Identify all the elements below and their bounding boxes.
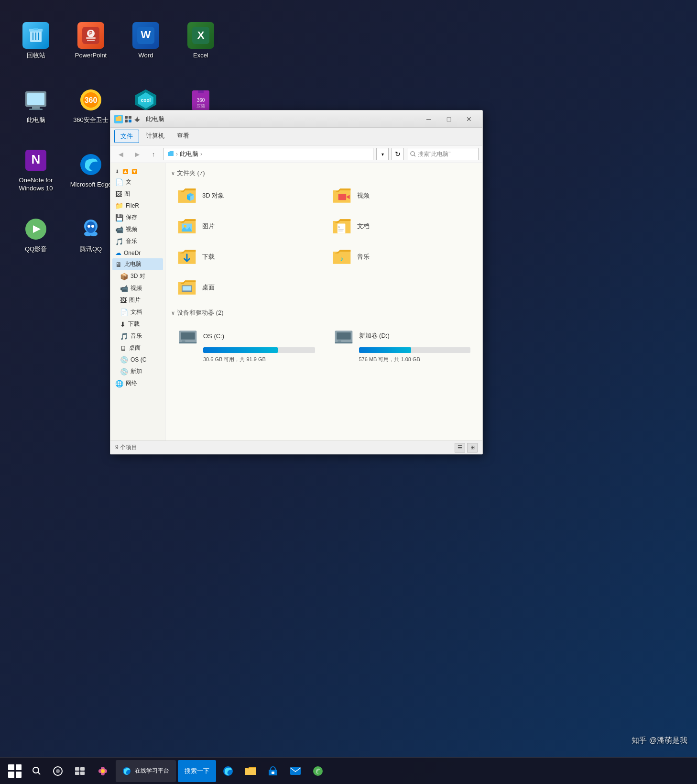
up-button[interactable]: ↑ bbox=[147, 148, 160, 160]
address-dropdown-button[interactable]: ▾ bbox=[376, 148, 389, 160]
drive-c[interactable]: OS (C:) 30.6 GB 可用，共 91.9 GB bbox=[171, 322, 321, 368]
recycle-bin-icon[interactable]: 回收站 bbox=[10, 10, 62, 72]
svg-rect-79 bbox=[80, 772, 85, 775]
sidebar-item-desktop[interactable]: 🖥 桌面 bbox=[112, 342, 163, 354]
taskbar-folder-button[interactable] bbox=[240, 760, 261, 782]
status-bar: 9 个项目 ☰ ⊞ bbox=[110, 441, 482, 454]
edge2-icon bbox=[223, 766, 233, 776]
folder-documents[interactable]: A 文档 bbox=[326, 213, 477, 240]
folder-desktop[interactable]: 桌面 bbox=[171, 274, 322, 301]
svg-text:P: P bbox=[89, 31, 93, 36]
svg-text:N: N bbox=[32, 152, 41, 166]
folder-video[interactable]: 视频 bbox=[326, 182, 477, 209]
sidebar-item-newvol[interactable]: 💿 新加 bbox=[112, 365, 163, 377]
folder-music[interactable]: ♪ 音乐 bbox=[326, 243, 477, 270]
drive-c-info: 30.6 GB 可用，共 91.9 GB bbox=[203, 356, 315, 363]
close-button[interactable]: ✕ bbox=[459, 112, 479, 126]
folder-3d-objects[interactable]: 3D 对象 bbox=[171, 182, 322, 209]
sidebar-item-filer[interactable]: 📁 FileR bbox=[112, 200, 163, 211]
taskbar-flower-button[interactable] bbox=[92, 760, 114, 782]
sidebar-item-pics[interactable]: 🖼 图 bbox=[112, 188, 163, 200]
forward-button[interactable]: ▶ bbox=[131, 148, 144, 160]
search-box[interactable]: 搜索"此电脑" bbox=[407, 148, 479, 160]
minimize-button[interactable]: ─ bbox=[419, 112, 438, 126]
svg-line-73 bbox=[38, 772, 41, 774]
svg-point-31 bbox=[80, 154, 101, 175]
drive-d-info: 576 MB 可用，共 1.08 GB bbox=[359, 356, 471, 363]
sidebar-item-onedrive[interactable]: ☁ OneDr bbox=[112, 247, 163, 258]
svg-line-52 bbox=[414, 155, 415, 156]
sidebar-item-dl2[interactable]: ⬇ 下载 bbox=[112, 318, 163, 330]
svg-rect-71 bbox=[335, 342, 352, 343]
sidebar-item-music2[interactable]: 🎵 音乐 bbox=[112, 330, 163, 342]
title-bar-icons bbox=[114, 115, 141, 123]
svg-rect-78 bbox=[75, 772, 79, 775]
edge-label: Microsoft Edge bbox=[70, 181, 112, 189]
explorer-window: 此电脑 ─ □ ✕ 文件 计算机 查看 ◀ ▶ ↑ › bbox=[110, 110, 483, 454]
refresh-button[interactable]: ↻ bbox=[392, 148, 404, 160]
360safe-icon[interactable]: 360 360安全卫士 bbox=[65, 74, 117, 136]
grid-view-button[interactable]: ⊞ bbox=[467, 443, 478, 453]
excel-image: X bbox=[187, 22, 214, 49]
taskbar-edge2-button[interactable] bbox=[218, 760, 238, 782]
folder-pictures[interactable]: 图片 bbox=[171, 213, 322, 240]
sidebar-item-pics2[interactable]: 🖼 图片 bbox=[112, 294, 163, 306]
taskbar-mail-button[interactable] bbox=[285, 760, 306, 782]
sidebar-item-3d[interactable]: 📦 3D 对 bbox=[112, 270, 163, 282]
folder-downloads[interactable]: 下载 bbox=[171, 243, 322, 270]
taskbar-store-button[interactable] bbox=[263, 760, 283, 782]
path-chevron-1: › bbox=[176, 151, 178, 157]
svg-text:360: 360 bbox=[197, 98, 205, 103]
svg-point-45 bbox=[87, 225, 90, 228]
svg-text:360: 360 bbox=[85, 96, 98, 104]
taskbar-search-button[interactable] bbox=[28, 760, 46, 782]
sidebar-item-osc[interactable]: 💿 OS (C bbox=[112, 354, 163, 365]
menu-file[interactable]: 文件 bbox=[114, 130, 139, 143]
taskbar-green-button[interactable] bbox=[308, 760, 328, 782]
taskbar-edge-online-learning[interactable]: 在线学习平台 bbox=[116, 760, 176, 782]
svg-point-51 bbox=[411, 152, 414, 155]
powerpoint-icon[interactable]: P PowerPoint bbox=[65, 10, 117, 72]
360safe-image: 360 bbox=[77, 87, 104, 113]
address-path[interactable]: › 此电脑 › bbox=[163, 148, 373, 160]
my-computer-image bbox=[22, 87, 49, 113]
taskbar-cortana-button[interactable] bbox=[48, 760, 68, 782]
edge-icon[interactable]: Microsoft Edge bbox=[65, 139, 117, 201]
my-computer-icon[interactable]: 此电脑 bbox=[10, 74, 62, 136]
sidebar-item-download[interactable]: ⬇ 🔼 🔽 bbox=[112, 167, 163, 176]
list-view-button[interactable]: ☰ bbox=[455, 443, 465, 453]
onenote-icon[interactable]: N OneNote for Windows 10 bbox=[10, 139, 62, 201]
sidebar-item-thispc[interactable]: 🖥 此电脑 bbox=[112, 258, 163, 270]
sidebar-item-video[interactable]: 📹 视频 bbox=[112, 223, 163, 235]
excel-icon[interactable]: X Excel bbox=[174, 10, 227, 72]
start-button[interactable] bbox=[4, 760, 26, 782]
qqvideo-icon[interactable]: QQ影音 bbox=[10, 203, 62, 265]
watermark: 知乎 @潘萌是我 bbox=[632, 736, 687, 746]
sidebar-item-docs[interactable]: 📄 文 bbox=[112, 176, 163, 188]
svg-point-46 bbox=[91, 225, 94, 228]
back-button[interactable]: ◀ bbox=[114, 148, 128, 160]
sidebar-item-save[interactable]: 💾 保存 bbox=[112, 211, 163, 223]
taskbar-taskview-button[interactable] bbox=[70, 760, 90, 782]
sidebar-item-docs2[interactable]: 📄 文档 bbox=[112, 306, 163, 318]
svg-rect-57 bbox=[337, 224, 345, 233]
search-placeholder: 搜索"此电脑" bbox=[418, 150, 451, 158]
sidebar-item-network[interactable]: 🌐 网络 bbox=[112, 377, 163, 389]
sidebar-item-video2[interactable]: 📹 视频 bbox=[112, 282, 163, 294]
menu-view[interactable]: 查看 bbox=[171, 130, 195, 143]
taskbar-search-task[interactable]: 搜索一下 bbox=[178, 760, 216, 782]
drive-c-icon bbox=[177, 327, 198, 344]
tencent-qq-icon[interactable]: 腾讯QQ bbox=[65, 203, 117, 265]
drive-d[interactable]: 新加卷 (D:) 576 MB 可用，共 1.08 GB bbox=[327, 322, 477, 368]
onenote-image: N bbox=[22, 147, 49, 174]
menu-computer[interactable]: 计算机 bbox=[140, 130, 170, 143]
svg-rect-8 bbox=[86, 37, 96, 39]
maximize-button[interactable]: □ bbox=[439, 112, 458, 126]
drive-d-icon bbox=[333, 327, 354, 344]
svg-rect-26 bbox=[198, 90, 204, 93]
word-icon[interactable]: W Word bbox=[120, 10, 172, 72]
sidebar-item-music[interactable]: 🎵 音乐 bbox=[112, 235, 163, 247]
excel-label: Excel bbox=[193, 52, 208, 60]
svg-rect-77 bbox=[80, 767, 85, 771]
svg-rect-49 bbox=[125, 120, 128, 122]
